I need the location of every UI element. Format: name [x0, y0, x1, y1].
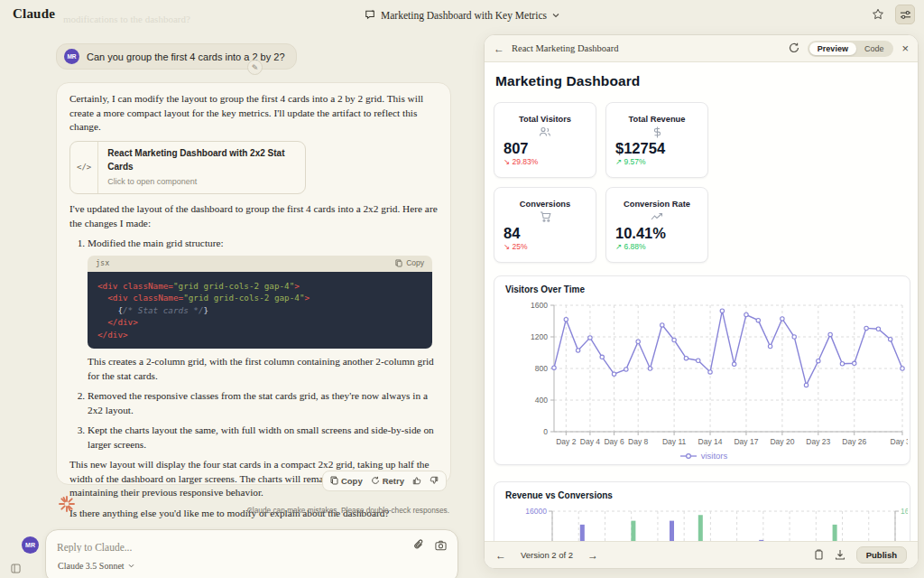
claude-starburst-logo [58, 495, 76, 517]
copy-artifact-button[interactable] [814, 547, 824, 564]
stat-label: Conversions [520, 200, 570, 209]
assistant-message: Certainly, I can modify the layout to gr… [56, 82, 451, 485]
stat-value: 807 [504, 140, 529, 156]
previous-version-button[interactable]: ← [495, 549, 506, 562]
artifact-chip-title: React Marketing Dashboard with 2x2 Stat … [107, 146, 296, 174]
svg-text:1600: 1600 [531, 301, 548, 310]
revenue-conversions-bar-chart: 16000160 [502, 504, 906, 541]
stats-grid: Total Visitors807↘ 29.83%Total Revenue$1… [494, 102, 708, 263]
legend-line-icon [680, 452, 697, 460]
artifact-chip-subtitle: Click to open component [107, 175, 296, 190]
attach-file-button[interactable] [413, 538, 424, 555]
user-avatar: MR [64, 49, 79, 64]
sliders-icon [900, 9, 911, 21]
top-header: Claude modifications to the dashboard? M… [0, 0, 924, 29]
svg-text:Day 17: Day 17 [734, 437, 758, 446]
trend-icon [651, 211, 663, 223]
artifact-chip[interactable]: </> React Marketing Dashboard with 2x2 S… [69, 141, 306, 195]
copy-response-button[interactable]: Copy [330, 474, 363, 489]
back-button[interactable]: ← [494, 42, 504, 55]
stat-value: 84 [504, 225, 520, 241]
stat-label: Total Revenue [629, 115, 686, 124]
refresh-button[interactable] [789, 41, 799, 57]
changes-list: Modified the main grid structure: jsx Co… [69, 237, 438, 452]
retry-button[interactable]: Retry [371, 474, 404, 489]
composer-avatar-wrap: MR [22, 536, 39, 554]
chevron-down-icon [128, 564, 134, 568]
svg-text:Day 20: Day 20 [770, 437, 794, 446]
tab-code[interactable]: Code [856, 42, 892, 55]
list-item-text: Kept the charts layout the same, with fu… [88, 424, 434, 450]
code-copy-button[interactable]: Copy [395, 256, 424, 271]
svg-text:Day 26: Day 26 [842, 437, 866, 446]
stat-card-total-visitors: Total Visitors807↘ 29.83% [494, 102, 596, 178]
legend-label[interactable]: visitors [701, 451, 728, 461]
stat-value: $12754 [615, 140, 665, 156]
chart-title: Visitors Over Time [505, 284, 906, 294]
stat-change: ↘ 29.83% [504, 157, 538, 166]
screenshot-button[interactable] [435, 538, 447, 555]
svg-text:160: 160 [901, 507, 908, 516]
disclaimer-text: Claude can make mistakes. Please double-… [199, 506, 449, 515]
publish-button[interactable]: Publish [856, 546, 907, 564]
svg-text:Day 23: Day 23 [806, 437, 830, 446]
users-icon [539, 126, 551, 138]
svg-text:Day 6: Day 6 [604, 437, 624, 446]
assistant-paragraph: Certainly, I can modify the layout to gr… [69, 92, 438, 135]
sidebar-toggle-icon[interactable] [11, 561, 21, 577]
close-artifact-button[interactable]: × [901, 42, 909, 55]
svg-text:Day 8: Day 8 [628, 437, 648, 446]
user-avatar: MR [22, 536, 39, 554]
composer: Claude 3.5 Sonnet [45, 529, 458, 578]
thumbs-up-button[interactable] [412, 476, 421, 485]
dollar-icon [653, 126, 661, 138]
artifact-panel: ← React Marketing Dashboard Preview Code… [484, 34, 919, 569]
model-selector[interactable]: Claude 3.5 Sonnet [58, 561, 134, 571]
dashboard-heading: Marketing Dashboard [495, 73, 909, 89]
next-version-button[interactable]: → [587, 549, 598, 562]
code-chip-icon: </> [70, 142, 98, 194]
code-line: <div className="grid grid-cols-2 gap-4"> [97, 280, 422, 293]
list-item: Kept the charts layout the same, with fu… [88, 424, 438, 452]
list-item: Removed the responsive classes from the … [88, 389, 438, 417]
stat-label: Total Visitors [519, 115, 571, 124]
svg-text:0: 0 [543, 427, 548, 436]
svg-text:Day 30: Day 30 [891, 437, 908, 446]
chart-title: Revenue vs Conversions [505, 490, 906, 500]
artifact-header: ← React Marketing Dashboard Preview Code… [485, 35, 918, 62]
svg-text:Day 11: Day 11 [662, 437, 687, 446]
code-body: <div className="grid grid-cols-2 gap-4">… [88, 272, 432, 350]
claude-logo[interactable]: Claude [13, 6, 55, 22]
retry-icon [371, 476, 380, 485]
visitors-line-chart: 040080012001600Day 2Day 4Day 6Day 8Day 1… [502, 298, 906, 451]
svg-text:1200: 1200 [531, 332, 548, 341]
thread-title-menu[interactable]: Marketing Dashboard with Key Metrics [365, 7, 559, 23]
stat-value: 10.41% [615, 225, 666, 241]
thumbs-down-button[interactable] [430, 476, 439, 485]
star-button[interactable] [868, 5, 888, 24]
thread-title: Marketing Dashboard with Key Metrics [381, 10, 547, 21]
list-item-text: Modified the main grid structure: [88, 238, 224, 248]
svg-text:Day 2: Day 2 [556, 437, 576, 446]
chevron-down-icon [552, 13, 559, 18]
stat-change: ↗ 9.57% [615, 157, 646, 166]
code-line: <div className="grid grid-cols-2 gap-4"> [97, 292, 422, 304]
visitors-chart-card: Visitors Over Time 040080012001600Day 2D… [494, 275, 910, 465]
reply-input[interactable] [57, 542, 355, 553]
edit-message-button[interactable]: ✎ [247, 60, 263, 75]
chat-bubble-icon [365, 7, 375, 23]
stat-change: ↘ 25% [504, 242, 528, 251]
code-language-label: jsx [96, 256, 109, 271]
code-line: </div> [97, 316, 422, 329]
controls-button[interactable] [895, 5, 915, 24]
tab-preview[interactable]: Preview [809, 42, 856, 55]
view-toggle: Preview Code [808, 41, 894, 57]
download-button[interactable] [835, 547, 845, 564]
thumbs-up-icon [412, 476, 421, 485]
scrolled-ghost-text: modifications to the dashboard? [63, 14, 190, 24]
artifact-preview: Marketing Dashboard Total Visitors807↘ 2… [485, 62, 918, 541]
model-name: Claude 3.5 Sonnet [58, 561, 125, 571]
star-icon [872, 8, 884, 21]
svg-text:16000: 16000 [525, 507, 547, 516]
svg-text:Day 4: Day 4 [580, 437, 600, 446]
